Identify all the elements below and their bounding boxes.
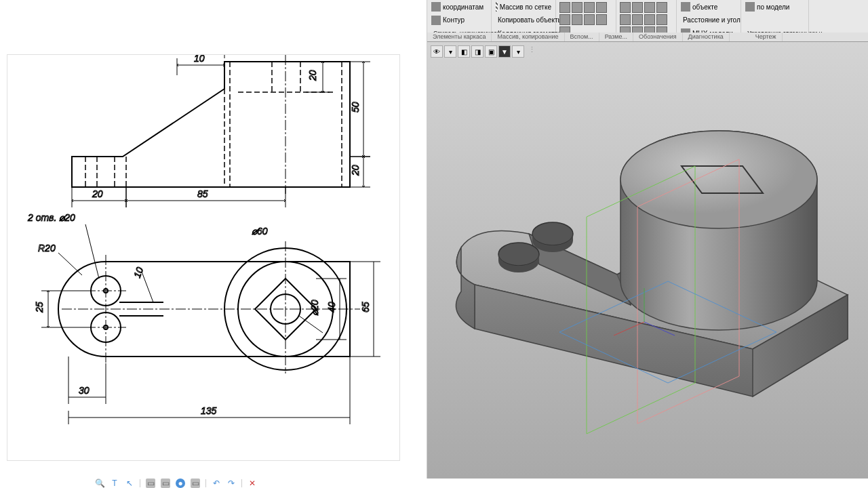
tab-dims[interactable]: Разме... (599, 33, 633, 41)
funnel-btn[interactable]: ▼ (498, 45, 511, 58)
array-grid-tool[interactable]: Массив по сетке (494, 1, 553, 12)
text-icon[interactable]: T (110, 479, 119, 488)
aux-icon[interactable] (596, 14, 607, 25)
redo-icon[interactable]: ↷ (226, 479, 236, 488)
drawing-panel: 10 20 50 (0, 0, 427, 488)
dim-10: 10 (194, 55, 205, 64)
svg-point-51 (498, 243, 539, 266)
dim-30: 30 (79, 385, 90, 396)
taskbar: 🔍 T ↖ ▭ ▭ ● ▭ ↶ ↷ ✕ (0, 479, 868, 488)
svg-point-53 (620, 131, 817, 228)
aux-icon[interactable] (596, 2, 607, 13)
tab-frame[interactable]: Элементы каркаса (427, 33, 492, 41)
quick-toolbar: 👁 ▾ ◧ ◨ ▣ ▼ ▾ ⋮ (431, 45, 536, 58)
aux-icon[interactable] (584, 2, 595, 13)
svg-line-38 (58, 253, 82, 275)
tab-annot[interactable]: Обозначения (633, 33, 683, 41)
aux-icon[interactable] (584, 14, 595, 25)
dim-icon[interactable] (632, 14, 643, 25)
dia60-label: ⌀60 (252, 226, 268, 237)
cursor-icon[interactable]: ↖ (125, 479, 134, 488)
dim-40: 40 (326, 302, 337, 312)
svg-point-52 (532, 222, 573, 245)
contour-tool[interactable]: Контур (430, 15, 488, 26)
tab-drawing[interactable]: Чертеж (750, 33, 783, 41)
dim-20b: 20 (350, 165, 361, 176)
coord-tool[interactable]: координатам (430, 1, 488, 12)
close-icon[interactable]: ✕ (248, 479, 257, 488)
dim-50: 50 (350, 102, 361, 113)
zoom-icon[interactable]: 🔍 (95, 479, 104, 488)
dim-icon[interactable] (644, 14, 655, 25)
r20-label: R20 (38, 243, 56, 253)
aux-icon[interactable] (572, 2, 583, 13)
page-icon[interactable]: ▭ (161, 479, 170, 488)
aux-icon[interactable] (572, 14, 583, 25)
copy-tool[interactable]: Копировать объекты (494, 15, 553, 26)
dia20-label: ⌀20 (309, 300, 320, 316)
tab-array[interactable]: Массив, копирование (492, 33, 564, 41)
model-tool[interactable]: по модели (744, 1, 806, 12)
dropdown-btn[interactable]: ▾ (444, 45, 456, 58)
dim-icon[interactable] (620, 2, 631, 13)
page-icon[interactable]: ▭ (191, 479, 200, 488)
dim-25: 25 (34, 302, 45, 313)
object-tool[interactable]: объекте (679, 1, 738, 12)
aux-icon[interactable] (559, 14, 570, 25)
dim-icon[interactable] (644, 2, 655, 13)
distance-tool[interactable]: Расстояние и угол (679, 15, 738, 26)
drawing-canvas[interactable]: 10 20 50 (7, 54, 400, 461)
tab-aux[interactable]: Вспом... (565, 33, 599, 41)
dim-135: 135 (201, 405, 217, 416)
holes-label: 2 отв. ⌀20 (27, 212, 75, 223)
toolbar-end-icon: ⋮ (528, 45, 536, 58)
aux-icon[interactable] (559, 2, 570, 13)
ribbon-tabs: Элементы каркаса Массив, копирование Всп… (427, 33, 868, 42)
svg-line-41 (142, 272, 153, 302)
svg-line-37 (85, 224, 99, 279)
tab-diag[interactable]: Диагностика (683, 33, 730, 41)
visibility-btn[interactable]: 👁 (431, 45, 443, 58)
dim-icon[interactable] (632, 2, 643, 13)
active-page-icon[interactable]: ● (176, 479, 185, 488)
dim-icon[interactable] (656, 2, 667, 13)
dim-65: 65 (360, 302, 371, 312)
dim-10b: 10 (132, 266, 145, 279)
filter3-btn[interactable]: ▣ (485, 45, 497, 58)
more-btn[interactable]: ▾ (512, 45, 524, 58)
dim-icon[interactable] (656, 14, 667, 25)
filter2-btn[interactable]: ◨ (471, 45, 484, 58)
dim-icon[interactable] (620, 14, 631, 25)
viewport-3d[interactable] (427, 61, 868, 488)
cad-panel: координатам Контур Спираль цилиндрическ.… (427, 0, 868, 488)
dim-85: 85 (197, 188, 208, 199)
undo-icon[interactable]: ↶ (212, 479, 221, 488)
dim-20a: 20 (307, 70, 318, 81)
page-icon[interactable]: ▭ (146, 479, 155, 488)
filter1-btn[interactable]: ◧ (458, 45, 470, 58)
dim-20c: 20 (92, 188, 103, 199)
svg-line-44 (299, 316, 323, 333)
